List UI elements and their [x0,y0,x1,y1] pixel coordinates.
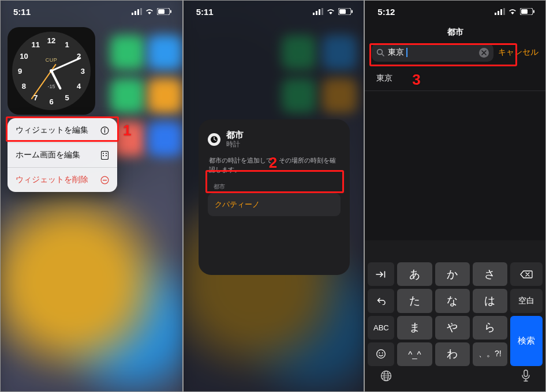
signal-icon [313,8,323,15]
key-abc[interactable]: ABC [368,316,394,340]
globe-button[interactable] [380,370,392,385]
screen-2: 5:11 都市 時計 都市の時計を追加して、その場所の時刻を確認します。 都市 [182,1,364,391]
menu-label: ウィジェットを編集 [16,125,88,135]
city-field[interactable]: クパティーノ [208,193,341,216]
svg-rect-42 [524,370,528,376]
battery-icon [157,8,172,15]
key-undo[interactable] [368,289,394,312]
annotation-number-1: 1 [123,122,131,140]
svg-rect-28 [503,8,505,15]
svg-rect-26 [498,11,499,15]
field-label: 都市 [214,183,341,191]
status-time: 5:11 [196,7,214,17]
clock-icon [208,133,220,146]
battery-icon [338,8,353,15]
svg-point-37 [379,353,380,354]
key-ha[interactable]: は [473,289,507,312]
svg-line-33 [382,54,384,56]
mic-button[interactable] [521,370,530,385]
key-sa[interactable]: さ [473,262,507,286]
search-icon [376,48,384,56]
svg-rect-9 [104,130,104,133]
key-punct[interactable]: 、。?! [473,342,507,366]
key-cursor-right[interactable] [368,262,394,286]
clock-temp: -15 [47,84,55,89]
key-backspace[interactable] [510,262,543,286]
key-a[interactable]: あ [397,262,432,286]
svg-rect-1 [134,11,136,15]
screen-1: 5:11 CUP -15 12 1 2 3 4 5 6 [1,1,182,391]
annotation-number-2: 2 [269,154,277,172]
menu-label: ウィジェットを削除 [16,175,88,185]
key-wa[interactable]: わ [435,342,470,366]
undo-icon [376,297,386,305]
clock-face: CUP -15 12 1 2 3 4 5 6 7 8 9 10 11 [12,32,91,110]
key-ka[interactable]: か [435,262,470,286]
key-space[interactable]: 空白 [510,289,543,312]
svg-rect-0 [132,13,133,15]
candidate-bar[interactable] [365,240,545,262]
minus-circle-icon [100,176,109,184]
smiley-icon [376,349,386,359]
signal-icon [132,8,142,15]
sheet-subtitle: 時計 [226,140,244,149]
status-time: 5:12 [377,7,395,17]
globe-icon [380,370,392,382]
svg-rect-30 [521,9,528,14]
search-screen-title: 都市 [365,27,545,37]
key-ya[interactable]: や [435,316,470,340]
city-field-value: クパティーノ [215,200,260,209]
search-result-tokyo[interactable]: 東京 [365,66,545,91]
svg-rect-18 [316,11,317,15]
svg-point-13 [103,155,104,156]
menu-remove-widget[interactable]: ウィジェットを削除 [8,167,117,192]
search-box[interactable]: 東京 [372,43,493,62]
key-search[interactable]: 検索 [510,316,543,367]
arrow-right-bar-icon [375,270,387,278]
menu-label: ホーム画面を編集 [16,150,80,160]
svg-rect-6 [170,10,171,13]
key-na[interactable]: な [435,289,470,312]
svg-rect-16 [103,179,107,180]
svg-rect-31 [533,10,534,13]
apps-icon [100,151,109,160]
svg-point-12 [106,153,107,154]
svg-rect-17 [313,13,315,15]
svg-point-38 [382,353,383,354]
clear-button[interactable] [479,48,489,58]
key-ma[interactable]: ま [397,316,432,340]
status-bar: 5:11 [1,1,182,20]
key-kaomoji[interactable]: ^_^ [397,342,432,366]
svg-rect-10 [101,151,108,159]
signal-icon [495,8,505,15]
battery-icon [520,8,535,15]
key-ra[interactable]: ら [473,316,507,340]
clock-widget[interactable]: CUP -15 12 1 2 3 4 5 6 7 8 9 10 11 [8,27,95,115]
wifi-icon [508,8,517,15]
svg-rect-22 [339,9,346,14]
svg-rect-27 [500,9,502,15]
search-input-value: 東京 [388,47,404,58]
menu-edit-home[interactable]: ホーム画面を編集 [8,142,117,167]
svg-point-8 [104,128,105,129]
svg-rect-20 [321,8,323,15]
clock-city: CUP [46,57,58,63]
svg-rect-23 [351,10,353,13]
screen-3: 5:12 都市 東京 キャンセル 東 [364,1,545,391]
svg-rect-19 [319,9,320,15]
status-time: 5:11 [13,7,31,17]
menu-edit-widget[interactable]: ウィジェットを編集 [8,118,117,142]
key-ta[interactable]: た [397,289,432,312]
text-caret [406,48,407,57]
japanese-keyboard: あ か さ た な は 空白 ABC ま や ら 検索 [365,240,545,391]
key-emoji[interactable] [368,342,394,366]
annotation-number-3: 3 [412,71,420,89]
info-icon [100,126,109,135]
widget-edit-sheet: 都市 時計 都市の時計を追加して、その場所の時刻を確認します。 都市 クパティー… [199,119,350,275]
wifi-icon [326,8,335,15]
x-icon [481,50,487,55]
svg-point-14 [106,155,107,156]
status-bar: 5:12 [365,1,545,20]
cancel-button[interactable]: キャンセル [498,47,538,58]
widget-context-menu: ウィジェットを編集 ホーム画面を編集 ウィジェットを削除 [8,118,117,192]
